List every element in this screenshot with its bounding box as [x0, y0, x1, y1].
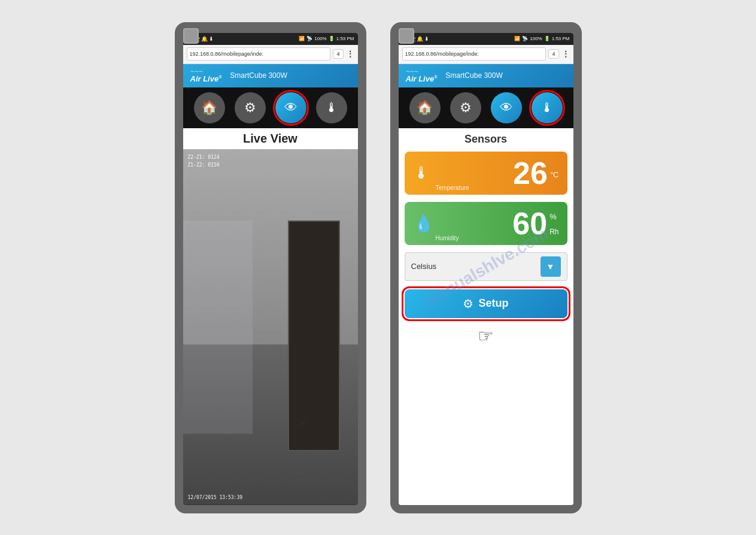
- left-device-frame: ▣ 📷 🔔 ⬇ 📶 📡 100% 🔋 1:53 PM 192.168.0.86/…: [175, 22, 366, 513]
- right-humidity-value: 60: [512, 208, 547, 239]
- right-status-icon2: 📷: [409, 36, 415, 42]
- right-temperature-unit: °C: [550, 170, 559, 179]
- right-browser-bar: 192.168.0.86/mobilepage/inde: 4 ⋮: [399, 45, 573, 64]
- left-battery-text: 100%: [314, 36, 326, 41]
- left-product-name: SmartCube 300W: [230, 71, 287, 80]
- left-tab-count[interactable]: 4: [333, 49, 343, 59]
- left-url-bar[interactable]: 192.168.0.86/mobilepage/inde:: [187, 47, 331, 61]
- left-camera-area: Z2-Z1: 0124 Z1-Z2: 0150 12/07/2015 13:53…: [183, 149, 358, 505]
- right-menu-dots[interactable]: ⋮: [561, 49, 570, 59]
- right-status-icon1: ▣: [402, 36, 408, 42]
- right-sensors-icon: 🌡: [541, 100, 554, 116]
- left-nav-liveview[interactable]: 👁: [275, 92, 306, 123]
- right-hand-cursor: ☞: [478, 326, 494, 346]
- left-liveview-label: Live View: [183, 128, 358, 149]
- left-nav-sensors[interactable]: 🌡: [316, 92, 347, 123]
- left-status-bar: ▣ 📷 🔔 ⬇ 📶 📡 100% 🔋 1:53 PM: [183, 33, 358, 45]
- right-nav-icons: 🏠 ⚙ 👁 🌡: [399, 87, 573, 128]
- right-nav-liveview[interactable]: 👁: [491, 92, 522, 123]
- right-status-icons: ▣ 📷 🔔 ⬇: [402, 36, 429, 42]
- left-camera-overlay: Z2-Z1: 0124 Z1-Z2: 0150: [188, 154, 220, 170]
- right-url-bar[interactable]: 192.168.0.86/mobilepage/inde:: [402, 47, 546, 61]
- right-nav-sensors[interactable]: 🌡: [532, 92, 563, 123]
- right-product-name: SmartCube 300W: [445, 71, 502, 80]
- right-airlive-logo: 〜〜〜 Air Live®: [406, 69, 438, 83]
- right-time: 1:53 PM: [552, 36, 570, 41]
- right-device-screen: ▣ 📷 🔔 ⬇ 📶 📡 100% 🔋 1:53 PM 192.168.0.86/…: [399, 33, 573, 505]
- right-temperature-value: 26: [513, 158, 548, 189]
- left-device-screen: ▣ 📷 🔔 ⬇ 📶 📡 100% 🔋 1:53 PM 192.168.0.86/…: [183, 33, 358, 505]
- right-humidity-unit: %: [549, 212, 557, 221]
- left-section-title: Live View: [243, 132, 297, 145]
- right-humidity-label: Humidity: [436, 235, 459, 241]
- right-temperature-label: Temperature: [436, 185, 469, 191]
- right-setup-gear-icon: ⚙: [463, 297, 473, 311]
- right-status-icon3: 🔔: [417, 36, 423, 42]
- right-battery-icon: 🔋: [544, 36, 550, 41]
- left-camera-timestamp: 12/07/2015 13:53:39: [188, 495, 243, 500]
- right-wifi-icon: 📶: [514, 36, 520, 41]
- left-overlay-line2: Z1-Z2: 0150: [188, 162, 220, 170]
- right-temperature-icon: 🌡: [413, 163, 430, 183]
- left-home-icon: 🏠: [201, 100, 217, 116]
- right-home-icon: 🏠: [417, 100, 433, 116]
- right-status-bar: ▣ 📷 🔔 ⬇ 📶 📡 100% 🔋 1:53 PM: [399, 33, 573, 45]
- right-status-icon4: ⬇: [424, 36, 429, 42]
- right-url-text: 192.168.0.86/mobilepage/inde:: [405, 51, 479, 57]
- right-logo-text: Air Live®: [406, 75, 438, 83]
- left-nav-icons: 🏠 ⚙ 👁 🌡: [183, 87, 358, 128]
- right-setup-button[interactable]: ⚙ Setup: [405, 289, 567, 318]
- right-settings-icon: ⚙: [460, 100, 472, 116]
- right-setup-label: Setup: [478, 297, 508, 310]
- right-celsius-dropdown[interactable]: Celsius ▼: [405, 252, 567, 281]
- left-signal-icon: 📡: [306, 36, 312, 41]
- left-battery-icon: 🔋: [329, 36, 335, 41]
- right-section-title: Sensors: [464, 133, 507, 145]
- right-nav-settings[interactable]: ⚙: [450, 92, 481, 123]
- right-dropdown-value: Celsius: [411, 262, 437, 271]
- right-liveview-icon: 👁: [500, 100, 513, 116]
- left-hand-cursor: ☞: [294, 414, 309, 434]
- right-tab-count[interactable]: 4: [548, 49, 558, 59]
- right-humidity-card: 💧 60 % Rh Humidity: [405, 202, 567, 245]
- right-dropdown-row: Celsius ▼: [405, 252, 567, 281]
- left-url-text: 192.168.0.86/mobilepage/inde:: [190, 51, 264, 57]
- right-battery-text: 100%: [530, 36, 542, 41]
- left-status-icon4: ⬇: [209, 36, 214, 42]
- right-hand-cursor-wrapper: ☞: [399, 323, 573, 349]
- left-wifi-icon: 📶: [299, 36, 305, 41]
- left-overlay-line1: Z2-Z1: 0124: [188, 154, 220, 162]
- left-liveview-icon: 👁: [284, 100, 297, 116]
- left-status-icons: ▣ 📷 🔔 ⬇: [187, 36, 214, 42]
- left-nav-settings[interactable]: ⚙: [235, 92, 266, 123]
- left-sensors-icon: 🌡: [325, 100, 338, 116]
- right-screen-content: 〜〜〜 Air Live® SmartCube 300W 🏠 ⚙ 👁: [399, 64, 573, 505]
- left-time: 1:53 PM: [336, 36, 354, 41]
- right-section-label: Sensors: [399, 128, 573, 148]
- right-humidity-icon: 💧: [413, 213, 434, 233]
- left-browser-bar: 192.168.0.86/mobilepage/inde: 4 ⋮: [183, 45, 358, 64]
- right-dropdown-arrow[interactable]: ▼: [541, 256, 561, 277]
- left-nav-home[interactable]: 🏠: [194, 92, 225, 123]
- right-status-right: 📶 📡 100% 🔋 1:53 PM: [514, 36, 569, 41]
- right-temperature-card: 🌡 26 °C Temperature: [405, 152, 567, 195]
- right-signal-icon: 📡: [522, 36, 528, 41]
- right-device-frame: manualshlve.com ▣ 📷 🔔 ⬇ 📶 📡 100% 🔋 1:53 …: [390, 22, 582, 513]
- left-status-icon3: 🔔: [201, 36, 208, 42]
- left-settings-icon: ⚙: [244, 100, 256, 116]
- right-app-header: 〜〜〜 Air Live® SmartCube 300W: [399, 64, 573, 87]
- left-status-right: 📶 📡 100% 🔋 1:53 PM: [299, 36, 354, 41]
- left-status-icon2: 📷: [193, 36, 200, 42]
- left-logo-text: Air Live®: [190, 75, 222, 83]
- right-nav-home[interactable]: 🏠: [409, 92, 441, 123]
- left-airlive-logo: 〜〜〜 Air Live®: [190, 69, 222, 83]
- left-screen-content: 〜〜〜 Air Live® SmartCube 300W 🏠 ⚙ 👁: [183, 64, 358, 505]
- left-menu-dots[interactable]: ⋮: [346, 49, 354, 59]
- left-status-icon1: ▣: [187, 36, 192, 42]
- left-room-left: [183, 220, 253, 434]
- left-camera-bg: [183, 149, 358, 505]
- right-humidity-unit2: Rh: [549, 228, 558, 236]
- left-app-header: 〜〜〜 Air Live® SmartCube 300W: [183, 64, 358, 87]
